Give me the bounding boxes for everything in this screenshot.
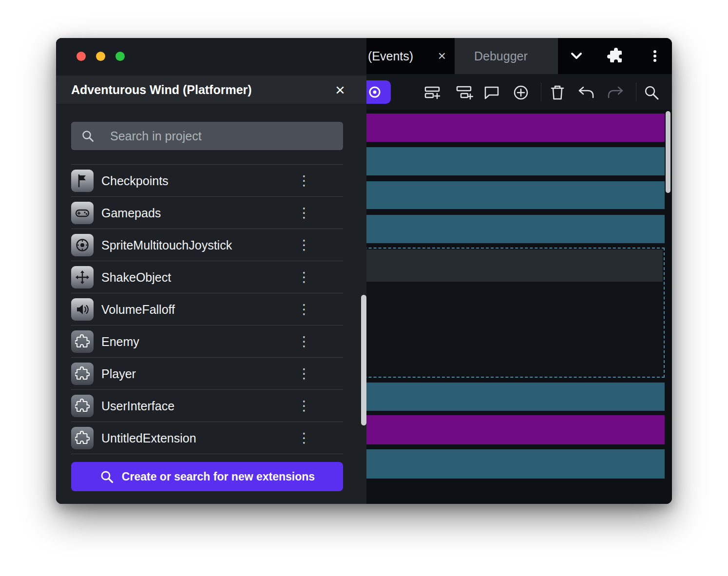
list-item-volumefalloff[interactable]: VolumeFalloff ⋮ xyxy=(71,293,343,326)
extensions-puzzle-icon[interactable] xyxy=(607,47,625,65)
delete-icon[interactable] xyxy=(548,83,567,102)
list-item-label: UntitledExtension xyxy=(101,422,196,454)
puzzle-icon xyxy=(71,427,94,449)
list-item-label: Player xyxy=(101,358,136,390)
tab-close-icon[interactable]: × xyxy=(434,48,450,64)
list-item-label: ShakeObject xyxy=(101,261,171,293)
chevron-down-icon[interactable] xyxy=(568,47,585,65)
item-menu-kebab-icon[interactable]: ⋮ xyxy=(297,269,311,285)
search-input[interactable] xyxy=(110,122,334,150)
add-comment-icon[interactable] xyxy=(482,83,501,102)
undo-icon[interactable] xyxy=(577,83,595,102)
add-subevent-icon[interactable] xyxy=(455,83,473,102)
list-item-userinterface[interactable]: UserInterface ⋮ xyxy=(71,390,343,422)
list-item-checkpoints[interactable]: Checkpoints ⋮ xyxy=(71,165,343,197)
extensions-dialog: Adventurous Wind (Platformer) × Checkpoi… xyxy=(56,38,366,504)
item-menu-kebab-icon[interactable]: ⋮ xyxy=(297,398,311,414)
list-item-player[interactable]: Player ⋮ xyxy=(71,358,343,390)
tab-events-label: (Events) xyxy=(368,38,413,74)
item-menu-kebab-icon[interactable]: ⋮ xyxy=(297,334,311,349)
search-icon xyxy=(99,469,114,484)
app-window: (Events) × Debugger xyxy=(56,38,672,504)
dialog-title: Adventurous Wind (Platformer) xyxy=(71,76,252,104)
search-events-icon[interactable] xyxy=(642,83,661,102)
list-item-gamepads[interactable]: Gamepads ⋮ xyxy=(71,197,343,229)
dialog-header: Adventurous Wind (Platformer) × xyxy=(56,76,366,104)
list-item-label: UserInterface xyxy=(101,390,174,422)
move-arrows-icon xyxy=(71,266,94,288)
traffic-close-button[interactable] xyxy=(77,52,86,61)
list-item-label: Enemy xyxy=(101,326,139,358)
extension-list: Checkpoints ⋮ Gamepads ⋮ SpriteMultitouc… xyxy=(71,164,343,454)
item-menu-kebab-icon[interactable]: ⋮ xyxy=(297,173,311,189)
traffic-zoom-button[interactable] xyxy=(115,52,125,61)
list-item-label: VolumeFalloff xyxy=(101,293,175,326)
traffic-minimize-button[interactable] xyxy=(96,52,105,61)
gamepad-icon xyxy=(71,202,94,224)
list-item-shakeobject[interactable]: ShakeObject ⋮ xyxy=(71,261,343,293)
create-extension-button[interactable]: Create or search for new extensions xyxy=(71,462,343,491)
item-menu-kebab-icon[interactable]: ⋮ xyxy=(297,302,311,317)
list-item-label: SpriteMultitouchJoystick xyxy=(101,229,232,261)
list-item-spritemultitouchjoystick[interactable]: SpriteMultitouchJoystick ⋮ xyxy=(71,229,343,261)
project-search xyxy=(71,122,343,150)
puzzle-icon xyxy=(71,363,94,385)
toolbar-divider xyxy=(541,83,541,101)
puzzle-icon xyxy=(71,330,94,353)
list-item-untitledextension[interactable]: UntitledExtension ⋮ xyxy=(71,422,343,454)
add-more-icon[interactable] xyxy=(512,83,530,102)
speaker-icon xyxy=(71,298,94,321)
tab-debugger[interactable]: Debugger xyxy=(455,38,558,74)
list-item-label: Checkpoints xyxy=(101,165,169,197)
redo-icon[interactable] xyxy=(606,83,625,102)
list-item-enemy[interactable]: Enemy ⋮ xyxy=(71,326,343,358)
item-menu-kebab-icon[interactable]: ⋮ xyxy=(297,205,311,221)
create-extension-button-label: Create or search for new extensions xyxy=(122,470,315,483)
editor-scrollbar-thumb[interactable] xyxy=(666,111,671,193)
search-icon xyxy=(81,129,95,143)
item-menu-kebab-icon[interactable]: ⋮ xyxy=(297,430,311,446)
dialog-scrollbar-thumb[interactable] xyxy=(361,295,366,425)
item-menu-kebab-icon[interactable]: ⋮ xyxy=(297,366,311,382)
list-item-label: Gamepads xyxy=(101,197,161,229)
window-menu-kebab-icon[interactable] xyxy=(648,47,662,65)
flag-icon xyxy=(71,170,94,192)
item-menu-kebab-icon[interactable]: ⋮ xyxy=(297,237,311,253)
window-chrome xyxy=(56,38,366,76)
puzzle-icon xyxy=(71,395,94,417)
joystick-icon xyxy=(71,234,94,256)
add-event-icon[interactable] xyxy=(423,83,441,102)
dialog-close-icon[interactable]: × xyxy=(330,80,350,99)
tab-debugger-label: Debugger xyxy=(474,38,528,74)
toolbar-divider xyxy=(636,83,636,101)
